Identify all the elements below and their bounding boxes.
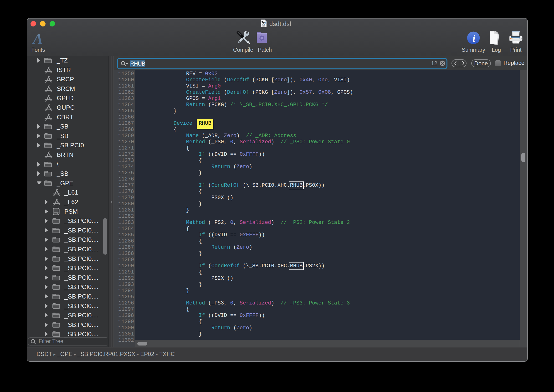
svg-text:i: i (472, 33, 475, 44)
svg-text:A: A (32, 32, 43, 44)
svg-text:DSL: DSL (263, 26, 265, 27)
